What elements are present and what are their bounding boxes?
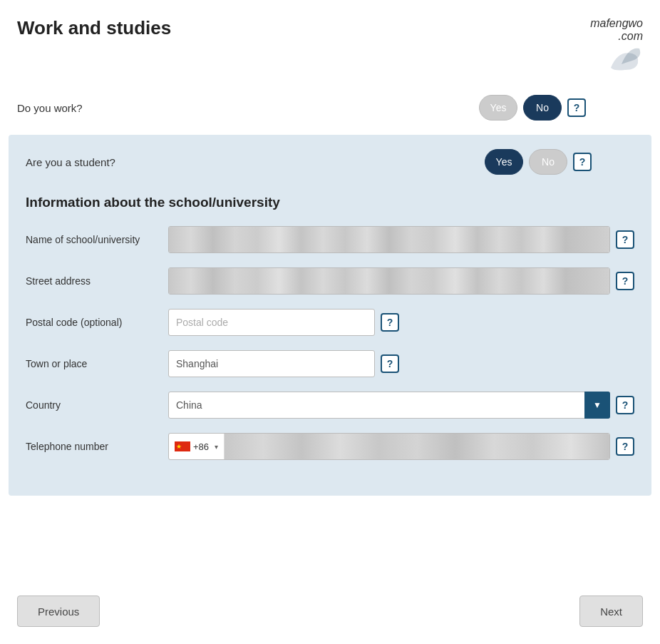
phone-number-input[interactable] [225,434,609,459]
town-field-wrap: ? [168,350,634,377]
telephone-label: Telephone number [26,441,168,452]
telephone-row: Telephone number +86 ▾ ? [26,433,634,460]
telephone-field-wrap: +86 ▾ ? [168,433,634,460]
work-button-group: Yes No ? [479,95,586,121]
logo-text2: .com [618,30,643,43]
page-header: Work and studies mafengwo .com [0,0,660,86]
postal-code-help-button[interactable]: ? [381,313,399,332]
postal-code-field-wrap: ? [168,309,634,336]
town-label: Town or place [26,358,168,369]
country-label: Country [26,399,168,411]
logo-bird-icon [604,43,643,75]
school-name-input[interactable] [168,226,610,253]
country-select[interactable]: China [168,392,610,419]
postal-code-label: Postal code (optional) [26,317,168,328]
street-address-label: Street address [26,275,168,287]
student-section: Are you a student? Yes No ? Information … [9,135,651,496]
school-name-help-button[interactable]: ? [616,230,634,249]
town-input[interactable] [168,350,375,377]
town-help-button[interactable]: ? [381,354,399,373]
phone-country-code: +86 [193,441,212,452]
logo: mafengwo .com [590,17,643,75]
phone-flag-selector[interactable]: +86 ▾ [169,434,225,459]
logo-text1: mafengwo [590,17,643,30]
student-question-label: Are you a student? [26,156,115,168]
phone-dropdown-icon[interactable]: ▾ [215,443,218,451]
country-select-wrap: China [168,392,610,419]
student-question-row: Are you a student? Yes No ? [26,149,634,175]
school-section-title: Information about the school/university [26,195,634,210]
student-button-group: Yes No ? [485,149,592,175]
student-no-button[interactable]: No [529,149,567,175]
work-question-label: Do you work? [17,102,83,114]
china-flag-icon [175,441,190,451]
town-row: Town or place ? [26,350,634,377]
previous-button[interactable]: Previous [17,596,100,627]
work-no-button[interactable]: No [523,95,562,121]
street-address-field-wrap: ? [168,267,634,295]
telephone-help-button[interactable]: ? [616,437,634,456]
country-row: Country China ? [26,392,634,419]
school-name-row: Name of school/university ? [26,226,634,253]
footer-navigation: Previous Next [0,578,660,644]
street-address-input[interactable] [168,267,610,295]
next-button[interactable]: Next [579,596,643,627]
street-address-row: Street address ? [26,267,634,295]
telephone-input[interactable]: +86 ▾ [168,433,610,460]
country-field-wrap: China ? [168,392,634,419]
work-question-row: Do you work? Yes No ? [0,86,660,135]
school-name-field-wrap: ? [168,226,634,253]
work-help-button[interactable]: ? [567,98,586,117]
school-name-label: Name of school/university [26,234,168,245]
street-address-help-button[interactable]: ? [616,272,634,290]
postal-code-input[interactable] [168,309,375,336]
country-help-button[interactable]: ? [616,396,634,414]
postal-code-row: Postal code (optional) ? [26,309,634,336]
student-help-button[interactable]: ? [573,153,592,171]
page-title: Work and studies [17,17,171,39]
student-yes-button[interactable]: Yes [485,149,523,175]
work-yes-button[interactable]: Yes [479,95,517,121]
